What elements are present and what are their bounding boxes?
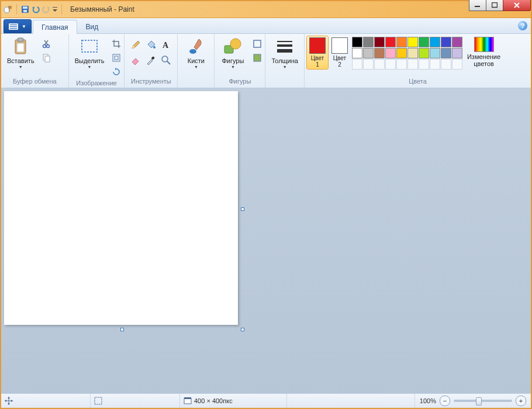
save-icon[interactable] xyxy=(20,5,30,14)
undo-icon[interactable] xyxy=(31,5,40,14)
cursor-position-cell xyxy=(1,394,91,408)
tab-home[interactable]: Главная xyxy=(33,20,77,34)
color-swatch[interactable] xyxy=(430,37,440,47)
text-tool[interactable]: A xyxy=(159,38,173,52)
fill-tool[interactable] xyxy=(144,38,158,52)
bucket-icon xyxy=(146,40,156,50)
resize-handle-southeast[interactable] xyxy=(241,328,244,331)
color2-swatch xyxy=(331,37,348,54)
svg-rect-34 xyxy=(277,49,292,53)
custom-color-slot[interactable] xyxy=(396,59,407,70)
svg-rect-4 xyxy=(23,6,27,9)
color-swatch[interactable] xyxy=(407,48,418,58)
color-swatch[interactable] xyxy=(441,48,451,58)
select-button[interactable]: Выделить ▼ xyxy=(71,36,109,71)
color-swatch[interactable] xyxy=(363,48,374,58)
zoom-slider[interactable] xyxy=(454,400,512,402)
custom-color-slot[interactable] xyxy=(452,59,462,70)
color-swatch[interactable] xyxy=(374,48,385,58)
title-bar: Безымянный - Paint xyxy=(1,1,531,18)
separator xyxy=(61,4,62,15)
color1-label: Цвет 1 xyxy=(311,55,324,68)
scissors-icon xyxy=(42,39,51,48)
color-swatch[interactable] xyxy=(419,37,429,47)
qat-dropdown-icon[interactable] xyxy=(52,5,58,14)
color-swatch[interactable] xyxy=(385,37,396,47)
select-icon xyxy=(80,37,99,56)
copy-button[interactable] xyxy=(40,51,54,65)
color-swatch[interactable] xyxy=(407,37,418,47)
shapes-button[interactable]: Фигуры ▼ xyxy=(216,36,249,71)
custom-color-slot[interactable] xyxy=(363,59,374,70)
magnifier-tool[interactable] xyxy=(159,53,173,67)
resize-handle-south[interactable] xyxy=(120,328,124,331)
rotate-button[interactable] xyxy=(109,65,123,79)
thickness-icon xyxy=(275,37,294,56)
color-swatch[interactable] xyxy=(352,37,362,47)
minimize-button[interactable] xyxy=(469,0,486,11)
color-swatch[interactable] xyxy=(396,37,407,47)
canvas-workspace[interactable] xyxy=(1,88,531,393)
custom-color-slot[interactable] xyxy=(352,59,362,70)
maximize-button[interactable] xyxy=(486,0,503,11)
picker-tool[interactable] xyxy=(144,53,158,67)
redo-icon[interactable] xyxy=(42,5,51,14)
color1-button[interactable]: Цвет 1 xyxy=(306,36,329,70)
brushes-button[interactable]: Кисти ▼ xyxy=(179,36,212,71)
color-palette xyxy=(351,36,464,71)
crosshair-icon xyxy=(5,397,13,405)
file-menu-button[interactable]: ▼ xyxy=(4,19,32,33)
zoom-thumb[interactable] xyxy=(476,397,482,405)
quick-access-toolbar xyxy=(1,4,67,15)
custom-color-slot[interactable] xyxy=(419,59,429,70)
color-swatch[interactable] xyxy=(452,37,462,47)
svg-rect-12 xyxy=(10,28,17,29)
group-label: Фигуры xyxy=(215,78,265,88)
color-swatch[interactable] xyxy=(430,48,440,58)
canvas[interactable] xyxy=(4,91,238,325)
dimensions-text: 400 × 400пкс xyxy=(194,397,233,404)
color-swatch[interactable] xyxy=(385,48,396,58)
color-swatch[interactable] xyxy=(374,37,385,47)
group-label: Инструменты xyxy=(125,78,177,88)
custom-color-slot[interactable] xyxy=(407,59,418,70)
paint-window: Безымянный - Paint ▼ Главная Вид ? Встав… xyxy=(0,0,532,409)
eyedropper-icon xyxy=(146,55,156,65)
thickness-button[interactable]: Толщина ▼ xyxy=(267,36,302,71)
svg-rect-10 xyxy=(10,25,17,25)
resize-handle-east[interactable] xyxy=(241,207,244,211)
color-swatch[interactable] xyxy=(452,48,462,58)
file-icon xyxy=(9,23,18,30)
color2-button[interactable]: Цвет 2 xyxy=(329,36,351,70)
shapes-label: Фигуры xyxy=(222,57,244,64)
color-swatch[interactable] xyxy=(441,37,451,47)
outline-button[interactable] xyxy=(250,37,264,51)
cut-button[interactable] xyxy=(40,37,54,51)
custom-color-slot[interactable] xyxy=(430,59,440,70)
select-label: Выделить xyxy=(75,57,105,64)
group-clipboard: Вставить ▼ Буфер обмена xyxy=(1,34,69,88)
eraser-tool[interactable] xyxy=(129,53,143,67)
color-swatch[interactable] xyxy=(396,48,407,58)
fill-button[interactable] xyxy=(250,51,264,65)
group-colors: Цвет 1 Цвет 2 Изменение цветов Цвета xyxy=(305,34,531,88)
close-button[interactable] xyxy=(503,0,531,11)
color-swatch[interactable] xyxy=(363,37,374,47)
color-swatch[interactable] xyxy=(352,48,362,58)
custom-color-slot[interactable] xyxy=(385,59,396,70)
paste-button[interactable]: Вставить ▼ xyxy=(3,36,39,71)
pencil-tool[interactable] xyxy=(129,38,143,52)
custom-color-slot[interactable] xyxy=(441,59,451,70)
help-button[interactable]: ? xyxy=(518,21,527,30)
color-swatch[interactable] xyxy=(419,48,429,58)
paste-label: Вставить xyxy=(7,57,34,64)
crop-button[interactable] xyxy=(109,37,123,51)
zoom-in-button[interactable]: + xyxy=(516,396,526,406)
resize-button[interactable] xyxy=(109,51,123,65)
tab-view[interactable]: Вид xyxy=(77,19,108,33)
edit-colors-button[interactable]: Изменение цветов xyxy=(464,36,504,68)
custom-color-slot[interactable] xyxy=(374,59,385,70)
chevron-down-icon: ▼ xyxy=(22,24,26,29)
ribbon: Вставить ▼ Буфер обмена Выделить xyxy=(1,34,531,88)
zoom-out-button[interactable]: − xyxy=(440,396,450,406)
